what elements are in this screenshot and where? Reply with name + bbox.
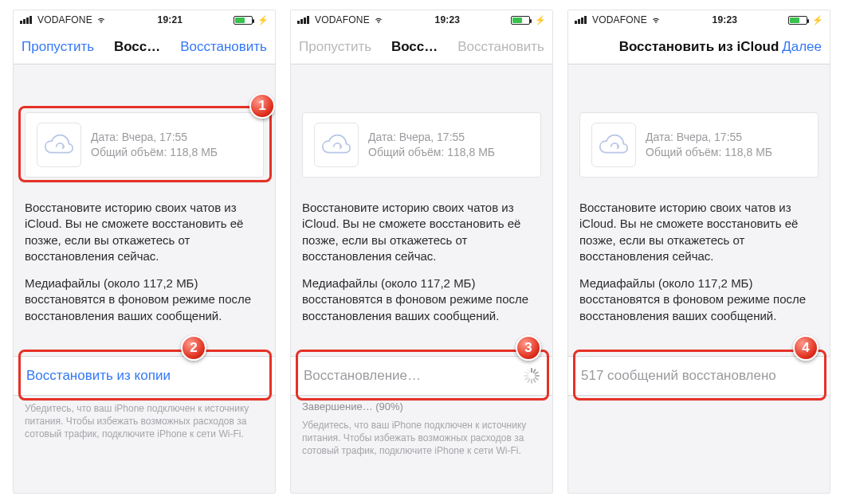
nav-skip-button: Пропустить	[299, 39, 371, 55]
screen-3: VODAFONE 19:23 ⚡ Восстановить из iCloud …	[567, 10, 830, 494]
backup-info: Дата: Вчера, 17:55 Общий объём: 118,8 МБ	[646, 130, 772, 160]
restore-desc-1: Восстановите историю своих чатов из iClo…	[14, 189, 275, 264]
screen-1: VODAFONE 19:21 ⚡ Пропустить Восс… Восста…	[13, 10, 276, 494]
restoring-status-row: Восстановление…	[291, 356, 552, 396]
backup-card: Дата: Вчера, 17:55 Общий объём: 118,8 МБ	[579, 112, 819, 178]
step-badge: 4	[793, 335, 819, 361]
nav-title: Восстановить из iCloud	[619, 39, 779, 55]
charging-icon: ⚡	[257, 15, 269, 25]
action-label: Восстановить из копии	[26, 368, 171, 384]
charging-icon: ⚡	[812, 15, 823, 25]
backup-size: Общий объём: 118,8 МБ	[368, 145, 495, 160]
nav-title: Восс…	[391, 39, 438, 55]
progress-text: Завершение… (90%)	[291, 396, 552, 412]
nav-bar: Восстановить из iCloud Далее	[568, 29, 830, 64]
backup-info: Дата: Вчера, 17:55 Общий объём: 118,8 МБ	[91, 130, 218, 160]
restore-desc-2: Медиафайлы (около 117,2 МБ) восстановятс…	[568, 264, 830, 324]
clock-label: 19:23	[435, 14, 461, 25]
step-badge: 1	[249, 93, 275, 119]
content-area: Дата: Вчера, 17:55 Общий объём: 118,8 МБ	[568, 64, 830, 189]
signal-icon	[297, 16, 309, 24]
clock-label: 19:23	[713, 14, 738, 25]
screen-2: VODAFONE 19:23 ⚡ Пропустить Восс… Восста…	[290, 10, 553, 494]
step-badge: 2	[181, 335, 206, 361]
status-bar: VODAFONE 19:23 ⚡	[568, 10, 830, 29]
content-area: Дата: Вчера, 17:55 Общий объём: 118,8 МБ…	[14, 64, 275, 189]
backup-date: Дата: Вчера, 17:55	[646, 130, 772, 145]
wifi-power-hint: Убедитесь, что ваш iPhone подключен к ис…	[291, 412, 552, 458]
nav-bar: Пропустить Восс… Восстановить	[291, 29, 552, 64]
backup-size: Общий объём: 118,8 МБ	[91, 145, 218, 160]
clock-label: 19:21	[158, 14, 183, 25]
wifi-power-hint: Убедитесь, что ваш iPhone подключен к ис…	[14, 396, 275, 441]
carrier-label: VODAFONE	[592, 14, 647, 25]
backup-size: Общий объём: 118,8 МБ	[646, 145, 772, 160]
action-label: 517 сообщений восстановлено	[581, 368, 776, 384]
backup-card: Дата: Вчера, 17:55 Общий объём: 118,8 МБ	[302, 112, 541, 178]
action-label: Восстановление…	[304, 368, 421, 384]
carrier-label: VODAFONE	[37, 14, 92, 25]
wifi-icon	[650, 14, 662, 25]
battery-icon	[511, 16, 530, 25]
icloud-icon	[37, 123, 81, 167]
backup-info: Дата: Вчера, 17:55 Общий объём: 118,8 МБ	[368, 130, 495, 160]
wifi-icon	[96, 14, 107, 25]
backup-date: Дата: Вчера, 17:55	[368, 130, 495, 145]
icloud-icon	[591, 123, 636, 167]
restore-desc-2: Медиафайлы (около 117,2 МБ) восстановятс…	[291, 264, 552, 324]
nav-restore-button[interactable]: Восстановить	[180, 39, 267, 55]
signal-icon	[20, 16, 32, 24]
restore-desc-1: Восстановите историю своих чатов из iClo…	[291, 189, 552, 264]
backup-card[interactable]: Дата: Вчера, 17:55 Общий объём: 118,8 МБ	[25, 112, 264, 178]
status-bar: VODAFONE 19:23 ⚡	[291, 10, 552, 29]
nav-bar: Пропустить Восс… Восстановить	[14, 29, 275, 64]
content-area: Дата: Вчера, 17:55 Общий объём: 118,8 МБ	[291, 64, 552, 189]
charging-icon: ⚡	[535, 15, 546, 25]
nav-skip-button[interactable]: Пропустить	[22, 39, 94, 55]
carrier-label: VODAFONE	[315, 14, 370, 25]
nav-restore-button: Восстановить	[457, 39, 544, 55]
battery-icon	[234, 16, 253, 25]
restore-desc-1: Восстановите историю своих чатов из iClo…	[568, 189, 830, 264]
step-badge: 3	[516, 335, 541, 361]
icloud-icon	[314, 123, 359, 167]
nav-title: Восс…	[114, 39, 160, 55]
backup-date: Дата: Вчера, 17:55	[91, 130, 218, 145]
status-bar: VODAFONE 19:21 ⚡	[14, 10, 275, 29]
screens-row: VODAFONE 19:21 ⚡ Пропустить Восс… Восста…	[0, 0, 848, 503]
restored-status-row: 517 сообщений восстановлено	[568, 356, 830, 396]
signal-icon	[575, 16, 587, 24]
spinner-icon	[524, 368, 540, 384]
wifi-icon	[373, 14, 384, 25]
nav-next-button[interactable]: Далее	[782, 39, 822, 55]
restore-from-backup-button[interactable]: Восстановить из копии	[14, 356, 275, 396]
battery-icon	[788, 16, 807, 25]
restore-desc-2: Медиафайлы (около 117,2 МБ) восстановятс…	[14, 264, 275, 324]
